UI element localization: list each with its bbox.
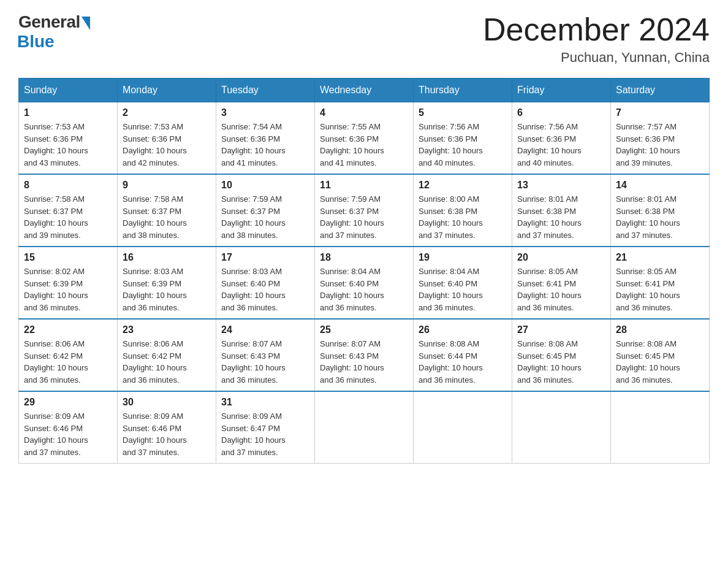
day-info: Sunrise: 8:09 AM Sunset: 6:47 PM Dayligh… [221, 410, 309, 458]
calendar-week-row: 29 Sunrise: 8:09 AM Sunset: 6:46 PM Dayl… [19, 391, 710, 464]
day-info: Sunrise: 8:03 AM Sunset: 6:40 PM Dayligh… [221, 266, 309, 313]
day-number: 18 [320, 252, 408, 263]
day-number: 31 [221, 397, 309, 408]
day-info: Sunrise: 8:09 AM Sunset: 6:46 PM Dayligh… [123, 410, 211, 458]
day-number: 30 [123, 397, 211, 408]
day-number: 8 [24, 180, 112, 191]
day-number: 13 [517, 180, 605, 191]
calendar-week-row: 22 Sunrise: 8:06 AM Sunset: 6:42 PM Dayl… [19, 319, 710, 391]
calendar-header-tuesday: Tuesday [216, 79, 315, 102]
calendar-cell: 17 Sunrise: 8:03 AM Sunset: 6:40 PM Dayl… [216, 247, 315, 319]
day-info: Sunrise: 8:08 AM Sunset: 6:44 PM Dayligh… [419, 338, 507, 386]
day-info: Sunrise: 7:54 AM Sunset: 6:36 PM Dayligh… [221, 121, 309, 169]
day-info: Sunrise: 8:04 AM Sunset: 6:40 PM Dayligh… [320, 266, 408, 313]
calendar-week-row: 15 Sunrise: 8:02 AM Sunset: 6:39 PM Dayl… [19, 247, 710, 319]
calendar-cell: 3 Sunrise: 7:54 AM Sunset: 6:36 PM Dayli… [216, 102, 315, 175]
day-info: Sunrise: 7:58 AM Sunset: 6:37 PM Dayligh… [123, 193, 211, 241]
calendar-cell [512, 391, 611, 464]
day-number: 16 [123, 252, 211, 263]
day-info: Sunrise: 7:59 AM Sunset: 6:37 PM Dayligh… [320, 193, 408, 241]
day-info: Sunrise: 8:05 AM Sunset: 6:41 PM Dayligh… [616, 266, 704, 313]
calendar-cell: 10 Sunrise: 7:59 AM Sunset: 6:37 PM Dayl… [216, 174, 315, 247]
calendar-cell: 26 Sunrise: 8:08 AM Sunset: 6:44 PM Dayl… [414, 319, 512, 391]
calendar-cell: 20 Sunrise: 8:05 AM Sunset: 6:41 PM Dayl… [512, 247, 611, 319]
calendar-cell: 19 Sunrise: 8:04 AM Sunset: 6:40 PM Dayl… [414, 247, 512, 319]
day-info: Sunrise: 8:01 AM Sunset: 6:38 PM Dayligh… [616, 193, 704, 241]
day-number: 29 [24, 397, 112, 408]
calendar-header-row: SundayMondayTuesdayWednesdayThursdayFrid… [19, 79, 710, 102]
calendar-cell: 8 Sunrise: 7:58 AM Sunset: 6:37 PM Dayli… [19, 174, 118, 247]
day-number: 9 [123, 180, 211, 191]
day-number: 23 [123, 324, 211, 335]
day-info: Sunrise: 8:09 AM Sunset: 6:46 PM Dayligh… [24, 410, 112, 458]
calendar-cell: 5 Sunrise: 7:56 AM Sunset: 6:36 PM Dayli… [414, 102, 512, 175]
day-info: Sunrise: 8:06 AM Sunset: 6:42 PM Dayligh… [24, 338, 112, 386]
calendar-cell: 24 Sunrise: 8:07 AM Sunset: 6:43 PM Dayl… [216, 319, 315, 391]
day-number: 3 [221, 107, 309, 118]
calendar-header-sunday: Sunday [19, 79, 118, 102]
calendar-cell: 27 Sunrise: 8:08 AM Sunset: 6:45 PM Dayl… [512, 319, 611, 391]
calendar-header-thursday: Thursday [414, 79, 512, 102]
day-number: 5 [419, 107, 507, 118]
day-number: 20 [517, 252, 605, 263]
day-number: 14 [616, 180, 704, 191]
calendar-cell: 25 Sunrise: 8:07 AM Sunset: 6:43 PM Dayl… [315, 319, 414, 391]
calendar-cell: 6 Sunrise: 7:56 AM Sunset: 6:36 PM Dayli… [512, 102, 611, 175]
calendar-cell: 9 Sunrise: 7:58 AM Sunset: 6:37 PM Dayli… [118, 174, 216, 247]
day-number: 2 [123, 107, 211, 118]
calendar-cell: 31 Sunrise: 8:09 AM Sunset: 6:47 PM Dayl… [216, 391, 315, 464]
calendar-header-wednesday: Wednesday [315, 79, 414, 102]
day-number: 17 [221, 252, 309, 263]
calendar-cell: 16 Sunrise: 8:03 AM Sunset: 6:39 PM Dayl… [118, 247, 216, 319]
calendar-cell: 1 Sunrise: 7:53 AM Sunset: 6:36 PM Dayli… [19, 102, 118, 175]
location-title: Puchuan, Yunnan, China [483, 50, 710, 66]
day-info: Sunrise: 7:55 AM Sunset: 6:36 PM Dayligh… [320, 121, 408, 169]
calendar-header-friday: Friday [512, 79, 611, 102]
calendar-cell: 13 Sunrise: 8:01 AM Sunset: 6:38 PM Dayl… [512, 174, 611, 247]
day-number: 26 [419, 324, 507, 335]
day-number: 22 [24, 324, 112, 335]
day-number: 1 [24, 107, 112, 118]
day-number: 21 [616, 252, 704, 263]
calendar-cell: 12 Sunrise: 8:00 AM Sunset: 6:38 PM Dayl… [414, 174, 512, 247]
calendar-cell: 30 Sunrise: 8:09 AM Sunset: 6:46 PM Dayl… [118, 391, 216, 464]
page-header: General Blue December 2024 Puchuan, Yunn… [18, 12, 710, 66]
day-info: Sunrise: 8:02 AM Sunset: 6:39 PM Dayligh… [24, 266, 112, 313]
day-number: 10 [221, 180, 309, 191]
day-number: 19 [419, 252, 507, 263]
day-info: Sunrise: 8:08 AM Sunset: 6:45 PM Dayligh… [517, 338, 605, 386]
day-number: 24 [221, 324, 309, 335]
calendar-cell: 7 Sunrise: 7:57 AM Sunset: 6:36 PM Dayli… [611, 102, 710, 175]
day-info: Sunrise: 7:53 AM Sunset: 6:36 PM Dayligh… [24, 121, 112, 169]
logo-arrow-icon [82, 17, 90, 30]
day-number: 4 [320, 107, 408, 118]
calendar-cell: 28 Sunrise: 8:08 AM Sunset: 6:45 PM Dayl… [611, 319, 710, 391]
day-info: Sunrise: 8:08 AM Sunset: 6:45 PM Dayligh… [616, 338, 704, 386]
calendar-cell: 14 Sunrise: 8:01 AM Sunset: 6:38 PM Dayl… [611, 174, 710, 247]
calendar-cell: 29 Sunrise: 8:09 AM Sunset: 6:46 PM Dayl… [19, 391, 118, 464]
day-info: Sunrise: 8:01 AM Sunset: 6:38 PM Dayligh… [517, 193, 605, 241]
calendar-cell [315, 391, 414, 464]
day-number: 7 [616, 107, 704, 118]
day-info: Sunrise: 8:04 AM Sunset: 6:40 PM Dayligh… [419, 266, 507, 313]
calendar-cell: 21 Sunrise: 8:05 AM Sunset: 6:41 PM Dayl… [611, 247, 710, 319]
day-info: Sunrise: 7:59 AM Sunset: 6:37 PM Dayligh… [221, 193, 309, 241]
calendar-cell: 15 Sunrise: 8:02 AM Sunset: 6:39 PM Dayl… [19, 247, 118, 319]
day-number: 6 [517, 107, 605, 118]
calendar-cell: 11 Sunrise: 7:59 AM Sunset: 6:37 PM Dayl… [315, 174, 414, 247]
calendar-cell: 22 Sunrise: 8:06 AM Sunset: 6:42 PM Dayl… [19, 319, 118, 391]
logo-general-text: General [18, 12, 80, 32]
calendar-table: SundayMondayTuesdayWednesdayThursdayFrid… [18, 78, 710, 464]
calendar-cell: 4 Sunrise: 7:55 AM Sunset: 6:36 PM Dayli… [315, 102, 414, 175]
day-info: Sunrise: 8:07 AM Sunset: 6:43 PM Dayligh… [221, 338, 309, 386]
month-title: December 2024 [483, 12, 710, 47]
day-info: Sunrise: 8:05 AM Sunset: 6:41 PM Dayligh… [517, 266, 605, 313]
day-number: 11 [320, 180, 408, 191]
day-info: Sunrise: 8:06 AM Sunset: 6:42 PM Dayligh… [123, 338, 211, 386]
logo: General Blue [18, 12, 90, 52]
day-info: Sunrise: 7:56 AM Sunset: 6:36 PM Dayligh… [419, 121, 507, 169]
calendar-cell: 18 Sunrise: 8:04 AM Sunset: 6:40 PM Dayl… [315, 247, 414, 319]
calendar-cell: 23 Sunrise: 8:06 AM Sunset: 6:42 PM Dayl… [118, 319, 216, 391]
calendar-header-saturday: Saturday [611, 79, 710, 102]
day-info: Sunrise: 8:00 AM Sunset: 6:38 PM Dayligh… [419, 193, 507, 241]
